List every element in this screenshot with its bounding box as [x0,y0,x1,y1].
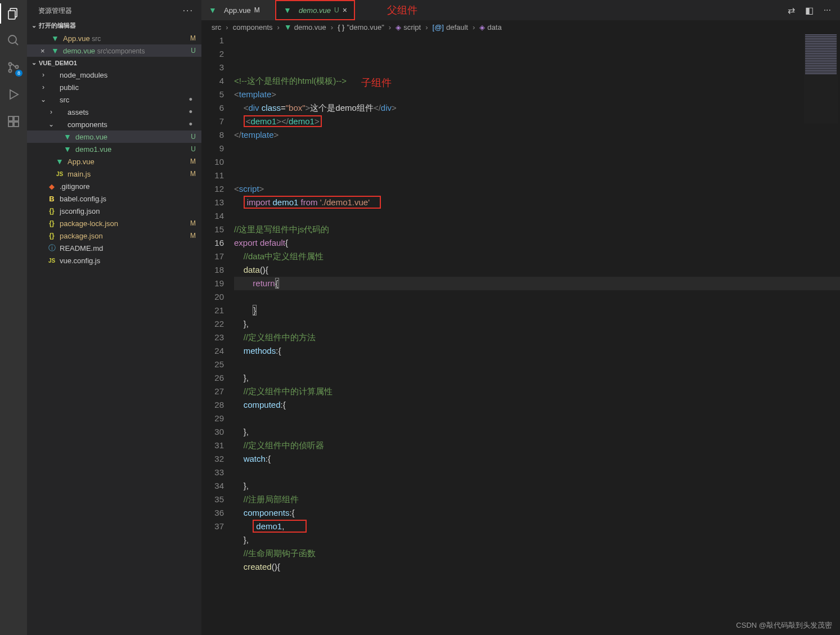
annotation-parent: 父组件 [387,3,417,17]
minimap[interactable] [804,34,838,124]
breadcrumbs[interactable]: src›components›▼demo.vue›{ }"demo.vue"›◈… [201,20,840,34]
activity-bar: 8 [0,0,27,635]
svg-rect-9 [8,122,13,127]
tree-item[interactable]: ›assets• [27,106,201,118]
compare-icon[interactable]: ⇄ [788,5,795,16]
editor-tab[interactable]: ▼App.vue M× [201,0,275,20]
breadcrumb-item[interactable]: src [212,23,221,31]
tree-item[interactable]: {}package-lock.jsonM [27,217,201,229]
more-actions-icon[interactable]: ··· [183,6,194,16]
open-editor-item[interactable]: ▼App.vue srcM [27,32,201,44]
breadcrumb-item[interactable]: { }"demo.vue" [338,23,384,31]
open-editor-item[interactable]: ×▼demo.vue src\componentsU [27,44,201,57]
scm-badge: 8 [15,70,23,76]
svg-rect-8 [8,116,13,121]
breadcrumb-item[interactable]: ◈script [396,23,421,31]
sidebar-title: 资源管理器 [38,6,72,16]
search-icon[interactable] [7,34,20,47]
editor-tab[interactable]: ▼demo.vue U× [275,0,355,20]
svg-rect-11 [14,116,19,121]
editor-area: ▼App.vue M×▼demo.vue U× 父组件 ⇄ ◧ ··· src›… [201,0,840,635]
svg-point-5 [9,70,12,73]
line-gutter: 1234567891011121314151617181920212223242… [201,34,234,635]
file-tree: ›node_modules›public⌄src•›assets•⌄compon… [27,69,201,267]
extensions-icon[interactable] [7,115,20,128]
sidebar: 资源管理器 ··· ⌄打开的编辑器 ▼App.vue srcM×▼demo.vu… [27,0,201,635]
more-editor-icon[interactable]: ··· [824,5,831,16]
svg-rect-1 [8,11,15,19]
tree-item[interactable]: ›node_modules [27,69,201,81]
breadcrumb-item[interactable]: [@]default [433,23,468,31]
explorer-icon[interactable] [7,7,20,20]
svg-rect-10 [14,122,19,127]
open-editors-header[interactable]: ⌄打开的编辑器 [27,19,201,32]
project-header[interactable]: ⌄VUE_DEMO1 [27,57,201,69]
breadcrumb-item[interactable]: ▼demo.vue [284,22,326,31]
tree-item[interactable]: ◆.gitignore [27,180,201,192]
source-control-icon[interactable]: 8 [7,61,20,74]
tab-bar: ▼App.vue M×▼demo.vue U× 父组件 ⇄ ◧ ··· [201,0,840,20]
svg-point-4 [9,63,12,66]
tree-item[interactable]: JSvue.config.js [27,254,201,267]
code-editor[interactable]: 1234567891011121314151617181920212223242… [201,34,840,635]
breadcrumb-item[interactable]: ◈data [479,23,501,31]
tree-item[interactable]: ▼demo1.vueU [27,143,201,155]
tree-item[interactable]: ⓘREADME.md [27,242,201,254]
breadcrumb-item[interactable]: components [233,23,273,31]
svg-point-6 [16,66,19,69]
tree-item[interactable]: JSmain.jsM [27,168,201,180]
code-content[interactable]: 子组件 <!--这个是组件的html(模板)--><template> <div… [234,34,840,635]
svg-line-3 [15,42,18,45]
close-icon[interactable]: × [343,6,347,15]
watermark: CSDN @敲代码敲到头发茂密 [736,620,832,631]
tree-item[interactable]: {}package.jsonM [27,229,201,242]
tree-item[interactable]: ⌄src• [27,93,201,106]
tree-item[interactable]: {}jsconfig.json [27,205,201,217]
svg-marker-7 [10,90,18,99]
editor-actions: ⇄ ◧ ··· [779,5,840,16]
tree-item[interactable]: ›public [27,81,201,93]
tree-item[interactable]: ▼demo.vueU [27,130,201,143]
svg-point-2 [8,35,16,43]
tree-item[interactable]: Bbabel.config.js [27,192,201,205]
split-editor-icon[interactable]: ◧ [805,5,814,16]
debug-icon[interactable] [7,88,20,101]
tree-item[interactable]: ▼App.vueM [27,155,201,168]
annotation-child: 子组件 [361,76,392,89]
tree-item[interactable]: ⌄components• [27,118,201,130]
open-editors-list: ▼App.vue srcM×▼demo.vue src\componentsU [27,32,201,57]
